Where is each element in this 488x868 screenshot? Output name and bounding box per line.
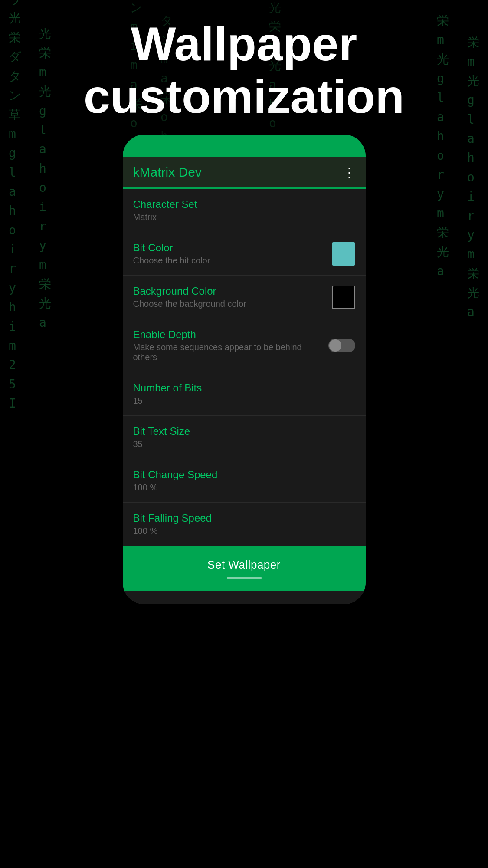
setting-enable-depth-text: Enable Depth Make some sequences appear … [133, 329, 328, 362]
setting-enable-depth-subtitle: Make some sequences appear to be behind … [133, 342, 328, 362]
setting-character-set-text: Character Set Matrix [133, 198, 355, 222]
background-color-swatch[interactable] [332, 286, 355, 309]
setting-bit-text-size[interactable]: Bit Text Size 35 [123, 416, 366, 459]
setting-bit-color-title: Bit Color [133, 242, 332, 254]
setting-character-set-title: Character Set [133, 198, 355, 210]
setting-character-set-value: Matrix [133, 212, 355, 222]
setting-bit-falling-speed-text: Bit Falling Speed 100 % [133, 512, 355, 536]
setting-bit-falling-speed[interactable]: Bit Falling Speed 100 % [123, 503, 366, 546]
phone-frame: kMatrix Dev ⋮ Character Set Matrix Bit C… [123, 135, 366, 604]
setting-bit-color-text: Bit Color Choose the bit color [133, 242, 332, 266]
setting-bit-text-size-title: Bit Text Size [133, 425, 355, 437]
setting-number-of-bits-text: Number of Bits 15 [133, 382, 355, 406]
setting-character-set[interactable]: Character Set Matrix [123, 189, 366, 232]
setting-bit-change-speed-value: 100 % [133, 483, 355, 493]
setting-bit-color-subtitle: Choose the bit color [133, 256, 332, 266]
setting-background-color-subtitle: Choose the background color [133, 299, 332, 309]
setting-bit-change-speed-title: Bit Change Speed [133, 469, 355, 481]
menu-icon[interactable]: ⋮ [343, 165, 355, 180]
setting-enable-depth[interactable]: Enable Depth Make some sequences appear … [123, 319, 366, 372]
home-indicator [123, 591, 366, 604]
setting-bit-color[interactable]: Bit Color Choose the bit color [123, 232, 366, 276]
setting-bit-text-size-text: Bit Text Size 35 [133, 425, 355, 449]
setting-background-color-title: Background Color [133, 285, 332, 297]
set-wallpaper-button[interactable]: Set Wallpaper [123, 546, 366, 591]
page-title: Wallpaper customization [0, 17, 488, 122]
app-title: kMatrix Dev [133, 165, 202, 180]
setting-bit-change-speed-text: Bit Change Speed 100 % [133, 469, 355, 493]
setting-enable-depth-title: Enable Depth [133, 329, 328, 341]
setting-number-of-bits[interactable]: Number of Bits 15 [123, 372, 366, 416]
setting-background-color[interactable]: Background Color Choose the background c… [123, 276, 366, 319]
enable-depth-toggle[interactable] [328, 339, 355, 352]
setting-bit-change-speed[interactable]: Bit Change Speed 100 % [123, 459, 366, 503]
setting-bit-falling-speed-title: Bit Falling Speed [133, 512, 355, 524]
status-bar [123, 135, 366, 157]
setting-bit-text-size-value: 35 [133, 439, 355, 449]
setting-bit-falling-speed-value: 100 % [133, 526, 355, 536]
setting-number-of-bits-title: Number of Bits [133, 382, 355, 394]
setting-number-of-bits-value: 15 [133, 396, 355, 406]
setting-background-color-text: Background Color Choose the background c… [133, 285, 332, 309]
title-area: Wallpaper customization [0, 17, 488, 122]
settings-list: Character Set Matrix Bit Color Choose th… [123, 189, 366, 546]
bit-color-swatch[interactable] [332, 242, 355, 266]
app-header: kMatrix Dev ⋮ [123, 157, 366, 189]
